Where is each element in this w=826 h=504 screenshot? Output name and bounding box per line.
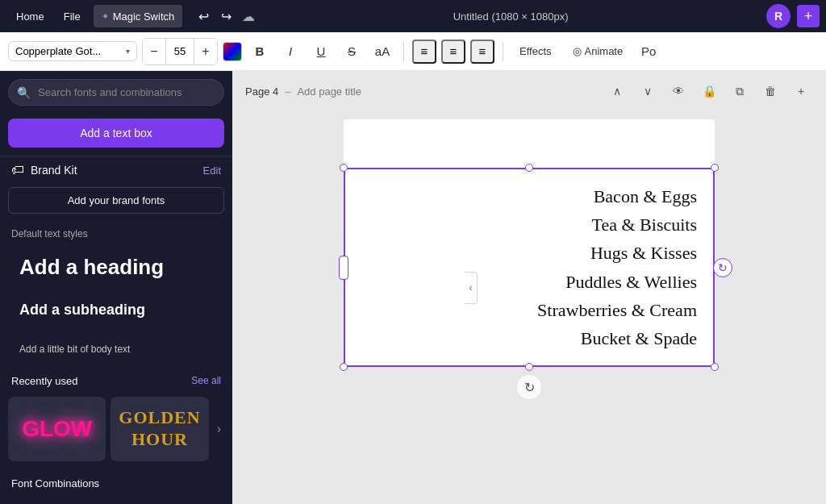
heading-style-item[interactable]: Add a heading [8,248,224,287]
brand-kit-left: 🏷 Brand Kit [11,163,77,177]
default-styles-label: Default text styles [0,220,232,244]
text-box[interactable]: Bacon & Eggs Tea & Biscuits Hugs & Kisse… [344,168,715,367]
home-nav[interactable]: Home [6,0,54,32]
search-icon: 🔍 [17,86,31,99]
text-box-lines[interactable]: Bacon & Eggs Tea & Biscuits Hugs & Kisse… [361,182,697,352]
canvas-area: Page 4 – ∧ ∨ 👁 🔒 ⧉ 🗑 + [232,71,826,504]
brand-kit-row: 🏷 Brand Kit Edit [0,156,232,184]
text-color-swatch[interactable] [223,42,242,61]
magic-switch-btn[interactable]: Magic Switch [94,5,183,27]
text-line-1: Bacon & Eggs [361,182,697,210]
brand-kit-icon: 🏷 [11,163,24,177]
underline-button[interactable]: U [308,39,334,65]
search-input[interactable] [8,79,224,106]
redo-button[interactable]: ↪ [215,5,237,27]
rotate-below-icon[interactable]: ↻ [517,375,541,399]
page-delete-button[interactable]: 🗑 [758,79,782,103]
text-box-container[interactable]: Bacon & Eggs Tea & Biscuits Hugs & Kisse… [344,168,715,367]
page-header: Page 4 – ∧ ∨ 👁 🔒 ⧉ 🗑 + [232,71,826,111]
resize-handle-left[interactable] [339,256,348,280]
brand-kit-edit-link[interactable]: Edit [203,165,221,177]
panel-collapse-handle[interactable] [465,272,478,304]
resize-handle-bottom-right[interactable] [711,363,719,371]
user-avatar[interactable]: R [766,4,791,28]
toolbar: Copperplate Got... − + B I U S aA ≡ ≡ ≡ … [0,32,826,71]
resize-handle-bottom-mid[interactable] [525,363,533,371]
animate-label: Animate [585,45,624,57]
font-name-label: Copperplate Got... [15,45,123,57]
share-button[interactable]: + [797,5,820,27]
canvas-content: Bacon & Eggs Tea & Biscuits Hugs & Kisse… [248,119,810,407]
strikethrough-button[interactable]: S [339,39,365,65]
page-lock-button[interactable]: 🔒 [697,79,721,103]
subheading-style-item[interactable]: Add a subheading [8,294,224,327]
golden-hour-font-thumb[interactable]: GOLDENHOUR [111,397,208,461]
page-title-input[interactable] [297,85,432,98]
font-size-increase[interactable]: + [194,39,217,65]
body-style-item[interactable]: Add a little bit of body text [8,333,224,364]
main-area: 🔍 Add a text box 🏷 Brand Kit Edit Add yo… [0,71,826,504]
italic-button[interactable]: I [277,39,303,65]
body-text: Add a little bit of body text [19,344,130,355]
text-line-2: Tea & Biscuits [361,210,697,239]
resize-handle-top-left[interactable] [340,164,348,172]
text-line-5: Strawberries & Cream [361,296,697,324]
save-status-icon: ☁ [242,9,255,24]
align-left-button[interactable]: ≡ [412,40,436,64]
animate-icon: ◎ [573,45,582,57]
recently-used-row: Recently used See all [0,367,232,392]
bold-button[interactable]: B [247,39,273,65]
font-thumbnails: GLOW GOLDENHOUR › [0,392,232,466]
page-up-button[interactable]: ∧ [605,79,629,103]
golden-font-label: GOLDENHOUR [119,407,200,450]
page-copy-button[interactable]: ⧉ [728,79,752,103]
toolbar-separator-2 [503,42,503,61]
see-all-link[interactable]: See all [191,375,221,386]
page-separator: – [285,85,290,98]
resize-handle-top-right[interactable] [711,164,719,172]
text-line-3: Hugs & Kisses [361,239,697,267]
left-panel: 🔍 Add a text box 🏷 Brand Kit Edit Add yo… [0,71,232,504]
heading-text: Add a heading [19,255,164,279]
text-line-4: Puddles & Wellies [361,268,697,296]
search-box: 🔍 [8,79,224,106]
toolbar-separator-1 [403,42,404,61]
page-down-button[interactable]: ∨ [636,79,660,103]
resize-handle-top-mid[interactable] [525,164,533,172]
undo-redo-nav: ↩ ↪ ☁ [192,5,255,27]
font-size-input[interactable] [165,39,194,65]
page-label: Page 4 [245,85,278,98]
font-combinations-label: Font Combinations [0,466,232,494]
font-selector[interactable]: Copperplate Got... [8,41,137,61]
topbar-nav: Home File Magic Switch [6,0,186,32]
canvas-top-strip [344,119,715,168]
glow-font-thumb[interactable]: GLOW [8,397,106,461]
align-center-button[interactable]: ≡ [441,40,465,64]
add-textbox-button[interactable]: Add a text box [8,119,224,148]
add-brand-fonts-button[interactable]: Add your brand fonts [8,187,224,214]
more-button[interactable]: Po [636,39,661,65]
rotate-below-area: ↻ [344,367,715,407]
font-size-decrease[interactable]: − [143,39,165,65]
undo-button[interactable]: ↩ [192,5,215,27]
rotate-handle[interactable]: ↻ [713,258,732,277]
font-thumb-next-arrow[interactable]: › [214,422,224,436]
document-title: Untitled (1080 × 1080px) [453,10,569,23]
text-line-6: Bucket & Spade [361,324,697,352]
file-nav[interactable]: File [54,0,90,32]
page-add-button[interactable]: + [789,79,813,103]
animate-button[interactable]: ◎ Animate [565,40,632,62]
topbar-center: Untitled (1080 × 1080px) [255,10,766,23]
topbar: Home File Magic Switch ↩ ↪ ☁ Untitled (1… [0,0,826,32]
recently-used-label: Recently used [11,375,77,387]
align-right-button[interactable]: ≡ [470,40,494,64]
topbar-right: R + [766,4,820,28]
brand-kit-label: Brand Kit [31,164,77,177]
case-button[interactable]: aA [369,39,395,65]
canvas-wrapper: Bacon & Eggs Tea & Biscuits Hugs & Kisse… [232,111,826,504]
font-size-control: − + [142,38,218,65]
effects-button[interactable]: Effects [511,40,560,62]
glow-font-label: GLOW [22,416,92,442]
page-eye-button[interactable]: 👁 [666,79,690,103]
page-controls: ∧ ∨ 👁 🔒 ⧉ 🗑 + [605,79,813,103]
